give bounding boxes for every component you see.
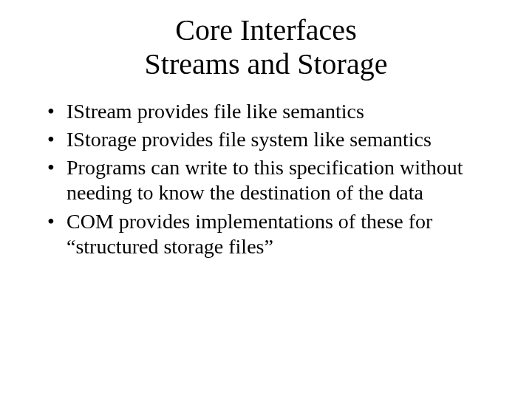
bullet-text: IStream provides file like semantics: [66, 100, 364, 123]
bullet-text: IStorage provides file system like seman…: [66, 128, 432, 151]
slide: Core Interfaces Streams and Storage IStr…: [0, 0, 532, 399]
list-item: COM provides implementations of these fo…: [47, 209, 502, 259]
bullet-text: COM provides implementations of these fo…: [66, 210, 432, 258]
slide-title: Core Interfaces Streams and Storage: [30, 13, 502, 81]
title-line-2: Streams and Storage: [30, 47, 502, 81]
title-line-1: Core Interfaces: [30, 13, 502, 47]
bullet-list: IStream provides file like semantics ISt…: [30, 99, 502, 259]
list-item: IStorage provides file system like seman…: [47, 127, 502, 152]
list-item: IStream provides file like semantics: [47, 99, 502, 124]
bullet-text: Programs can write to this specification…: [66, 156, 463, 204]
list-item: Programs can write to this specification…: [47, 155, 502, 205]
